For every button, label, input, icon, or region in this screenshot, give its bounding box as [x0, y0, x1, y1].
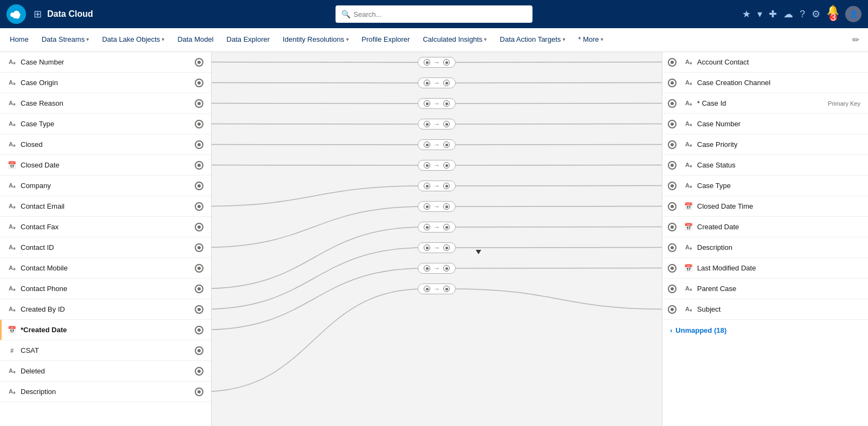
nav-data-lake-objects[interactable]: Data Lake Objects ▾: [97, 28, 170, 52]
search-input[interactable]: [354, 10, 527, 18]
date-icon: 📅: [684, 264, 693, 272]
node-pill[interactable]: →: [418, 160, 456, 171]
node-pill[interactable]: →: [418, 242, 456, 253]
connector-dot[interactable]: [195, 140, 203, 149]
dropdown-icon[interactable]: ▾: [757, 8, 762, 20]
field-label: Case Type: [697, 182, 860, 190]
right-field-account-contact: Aₐ Account Contact: [662, 52, 868, 73]
field-row-contact-email: Aₐ Contact Email: [0, 196, 211, 217]
unmapped-row[interactable]: › Unmapped (18): [662, 320, 868, 340]
node-pill[interactable]: →: [418, 180, 456, 191]
node-row: →: [418, 52, 456, 73]
text-icon: Aₐ: [8, 120, 16, 127]
text-icon: Aₐ: [8, 244, 16, 251]
right-connector-dot[interactable]: [668, 202, 676, 211]
connector-dot[interactable]: [195, 367, 203, 376]
connector-dot[interactable]: [195, 285, 203, 293]
gear-icon[interactable]: ⚙: [812, 8, 820, 20]
text-icon: Aₐ: [684, 120, 693, 127]
connector-dot[interactable]: [195, 99, 203, 108]
field-label: Created By ID: [21, 305, 190, 313]
right-connector-dot[interactable]: [668, 223, 676, 231]
arrow-icon: →: [433, 223, 440, 231]
nav-calculated-insights[interactable]: Calculated Insights ▾: [417, 28, 492, 52]
connector-dot[interactable]: [195, 79, 203, 87]
node-row: →: [418, 176, 456, 196]
connector-dot[interactable]: [195, 326, 203, 334]
connector-dot[interactable]: [195, 223, 203, 231]
chevron-down-icon: ▾: [484, 36, 487, 42]
right-field-closed-date-time: 📅 Closed Date Time: [662, 196, 868, 217]
connector-dot[interactable]: [195, 388, 203, 396]
edit-icon[interactable]: ✏: [848, 35, 864, 45]
help-icon[interactable]: ?: [800, 9, 805, 20]
connector-dot[interactable]: [195, 202, 203, 211]
node-pill[interactable]: →: [418, 57, 456, 68]
field-row-closed-date: 📅 Closed Date: [0, 155, 211, 176]
field-row-description: Aₐ Description: [0, 382, 211, 402]
text-icon: Aₐ: [8, 264, 16, 272]
right-field-subject: Aₐ Subject: [662, 299, 868, 320]
node-pill[interactable]: →: [418, 263, 456, 274]
connector-dot[interactable]: [195, 182, 203, 190]
nav-profile-explorer[interactable]: Profile Explorer: [356, 28, 416, 52]
connector-dot[interactable]: [195, 120, 203, 128]
node-row: →: [418, 114, 456, 134]
nav-data-streams[interactable]: Data Streams ▾: [36, 28, 94, 52]
text-icon: Aₐ: [8, 203, 16, 210]
connector-dot[interactable]: [195, 243, 203, 252]
primary-key-label: Primary Key: [828, 100, 860, 107]
right-connector-dot[interactable]: [668, 305, 676, 314]
field-label: Case Priority: [697, 140, 860, 149]
right-connector-dot[interactable]: [668, 161, 676, 170]
right-connector-dot[interactable]: [668, 58, 676, 67]
left-node-dot: [424, 100, 430, 107]
field-label: Account Contact: [697, 58, 860, 66]
right-connector-dot[interactable]: [668, 99, 676, 108]
right-connector-dot[interactable]: [668, 264, 676, 273]
connector-dot[interactable]: [195, 346, 203, 355]
right-field-description: Aₐ Description: [662, 237, 868, 258]
node-pill[interactable]: →: [418, 222, 456, 233]
star-icon[interactable]: ★: [742, 8, 751, 20]
field-row-case-type: Aₐ Case Type: [0, 114, 211, 134]
right-connector-dot[interactable]: [668, 79, 676, 87]
connector-dot[interactable]: [195, 161, 203, 170]
connector-dot[interactable]: [195, 264, 203, 273]
right-connector-dot[interactable]: [668, 182, 676, 190]
right-connector-dot[interactable]: [668, 140, 676, 149]
node-pill[interactable]: →: [418, 201, 456, 212]
node-pill[interactable]: →: [418, 139, 456, 150]
node-pill[interactable]: →: [418, 119, 456, 130]
text-icon: Aₐ: [684, 244, 693, 251]
nav-data-action-targets[interactable]: Data Action Targets ▾: [494, 28, 571, 52]
node-pill[interactable]: →: [418, 78, 456, 88]
right-connector-dot[interactable]: [668, 243, 676, 252]
node-pill[interactable]: →: [418, 283, 456, 294]
text-icon: Aₐ: [684, 285, 693, 292]
text-icon: Aₐ: [8, 306, 16, 313]
field-label: Contact Phone: [21, 285, 190, 293]
cloud-icon[interactable]: ☁: [783, 8, 793, 20]
left-node-dot: [424, 141, 430, 148]
field-label: Case Origin: [21, 79, 190, 87]
right-field-created-date: 📅 Created Date: [662, 217, 868, 237]
right-connector-dot[interactable]: [668, 120, 676, 128]
grid-icon[interactable]: ⊞: [34, 8, 42, 20]
text-icon: Aₐ: [8, 367, 16, 375]
nav-data-explorer[interactable]: Data Explorer: [221, 28, 275, 52]
nav-more[interactable]: * More ▾: [573, 28, 609, 52]
add-icon[interactable]: ✚: [769, 8, 777, 20]
nav-identity-resolutions[interactable]: Identity Resolutions ▾: [277, 28, 354, 52]
connector-dot[interactable]: [195, 305, 203, 314]
nav-home[interactable]: Home: [4, 28, 34, 52]
connector-dot[interactable]: [195, 58, 203, 67]
right-connector-dot[interactable]: [668, 285, 676, 293]
node-row: →: [418, 217, 456, 237]
right-field-case-id: Aₐ * Case Id Primary Key: [662, 93, 868, 114]
node-pill[interactable]: →: [418, 98, 456, 109]
right-field-case-creation-channel: Aₐ Case Creation Channel: [662, 73, 868, 93]
avatar[interactable]: 👤: [845, 6, 861, 22]
text-icon: Aₐ: [8, 59, 16, 66]
nav-data-model[interactable]: Data Model: [172, 28, 219, 52]
